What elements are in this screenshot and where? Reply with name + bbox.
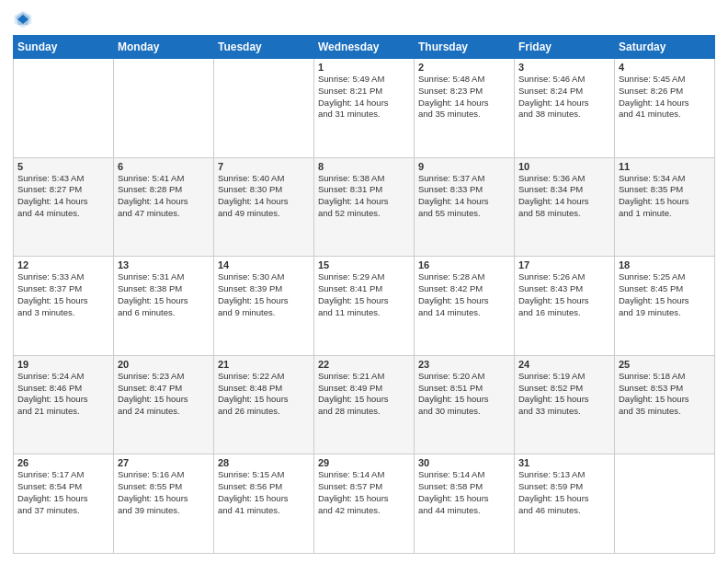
day-info: Sunrise: 5:24 AMSunset: 8:46 PMDaylight:… xyxy=(17,371,109,418)
day-info: Sunrise: 5:13 AMSunset: 8:59 PMDaylight:… xyxy=(518,469,610,516)
day-number: 18 xyxy=(619,259,711,270)
day-info: Sunrise: 5:30 AMSunset: 8:39 PMDaylight:… xyxy=(218,271,310,318)
calendar-cell: 13Sunrise: 5:31 AMSunset: 8:38 PMDayligh… xyxy=(114,257,214,356)
calendar-cell: 14Sunrise: 5:30 AMSunset: 8:39 PMDayligh… xyxy=(214,257,314,356)
day-info: Sunrise: 5:43 AMSunset: 8:27 PMDaylight:… xyxy=(17,173,109,220)
logo-icon xyxy=(13,9,33,29)
page: SundayMondayTuesdayWednesdayThursdayFrid… xyxy=(0,0,728,563)
day-info: Sunrise: 5:18 AMSunset: 8:53 PMDaylight:… xyxy=(619,371,711,418)
calendar-cell: 12Sunrise: 5:33 AMSunset: 8:37 PMDayligh… xyxy=(14,257,114,356)
calendar-cell xyxy=(14,59,114,158)
calendar-week-row: 12Sunrise: 5:33 AMSunset: 8:37 PMDayligh… xyxy=(14,257,715,356)
calendar-cell xyxy=(615,454,715,554)
day-info: Sunrise: 5:17 AMSunset: 8:54 PMDaylight:… xyxy=(17,469,109,516)
header xyxy=(13,9,715,29)
calendar-table: SundayMondayTuesdayWednesdayThursdayFrid… xyxy=(13,35,715,554)
day-info: Sunrise: 5:29 AMSunset: 8:41 PMDaylight:… xyxy=(318,271,410,318)
day-info: Sunrise: 5:21 AMSunset: 8:49 PMDaylight:… xyxy=(318,371,410,418)
day-info: Sunrise: 5:38 AMSunset: 8:31 PMDaylight:… xyxy=(318,173,410,220)
calendar-cell xyxy=(214,59,314,158)
day-of-week-header: Wednesday xyxy=(314,36,415,59)
day-number: 16 xyxy=(418,259,510,270)
day-number: 20 xyxy=(118,359,210,370)
day-number: 4 xyxy=(619,62,711,73)
calendar-cell: 25Sunrise: 5:18 AMSunset: 8:53 PMDayligh… xyxy=(615,355,715,454)
calendar-cell: 30Sunrise: 5:14 AMSunset: 8:58 PMDayligh… xyxy=(415,454,515,554)
day-info: Sunrise: 5:22 AMSunset: 8:48 PMDaylight:… xyxy=(218,371,310,418)
calendar-cell: 16Sunrise: 5:28 AMSunset: 8:42 PMDayligh… xyxy=(415,257,515,356)
calendar-cell: 20Sunrise: 5:23 AMSunset: 8:47 PMDayligh… xyxy=(114,355,214,454)
calendar-cell xyxy=(114,59,214,158)
day-number: 30 xyxy=(418,457,510,468)
calendar-cell: 28Sunrise: 5:15 AMSunset: 8:56 PMDayligh… xyxy=(214,454,314,554)
day-number: 19 xyxy=(17,359,109,370)
day-number: 17 xyxy=(518,259,610,270)
day-number: 2 xyxy=(418,62,510,73)
day-of-week-header: Friday xyxy=(515,36,615,59)
day-number: 29 xyxy=(318,457,410,468)
day-info: Sunrise: 5:48 AMSunset: 8:23 PMDaylight:… xyxy=(418,74,510,121)
day-info: Sunrise: 5:15 AMSunset: 8:56 PMDaylight:… xyxy=(218,469,310,516)
day-info: Sunrise: 5:23 AMSunset: 8:47 PMDaylight:… xyxy=(118,371,210,418)
day-info: Sunrise: 5:45 AMSunset: 8:26 PMDaylight:… xyxy=(619,74,711,121)
calendar-cell: 22Sunrise: 5:21 AMSunset: 8:49 PMDayligh… xyxy=(314,355,415,454)
day-number: 10 xyxy=(518,161,610,172)
calendar-cell: 7Sunrise: 5:40 AMSunset: 8:30 PMDaylight… xyxy=(214,157,314,257)
calendar-cell: 26Sunrise: 5:17 AMSunset: 8:54 PMDayligh… xyxy=(14,454,114,554)
calendar-cell: 23Sunrise: 5:20 AMSunset: 8:51 PMDayligh… xyxy=(415,355,515,454)
day-number: 15 xyxy=(318,259,410,270)
day-number: 12 xyxy=(17,259,109,270)
calendar-header-row: SundayMondayTuesdayWednesdayThursdayFrid… xyxy=(14,36,715,59)
day-number: 14 xyxy=(218,259,310,270)
day-number: 31 xyxy=(518,457,610,468)
day-number: 27 xyxy=(118,457,210,468)
day-number: 22 xyxy=(318,359,410,370)
day-of-week-header: Tuesday xyxy=(214,36,314,59)
calendar-cell: 31Sunrise: 5:13 AMSunset: 8:59 PMDayligh… xyxy=(515,454,615,554)
day-info: Sunrise: 5:34 AMSunset: 8:35 PMDaylight:… xyxy=(619,173,711,220)
day-of-week-header: Monday xyxy=(114,36,214,59)
calendar-week-row: 19Sunrise: 5:24 AMSunset: 8:46 PMDayligh… xyxy=(14,355,715,454)
day-number: 5 xyxy=(17,161,109,172)
day-info: Sunrise: 5:36 AMSunset: 8:34 PMDaylight:… xyxy=(518,173,610,220)
calendar-cell: 2Sunrise: 5:48 AMSunset: 8:23 PMDaylight… xyxy=(415,59,515,158)
calendar-cell: 3Sunrise: 5:46 AMSunset: 8:24 PMDaylight… xyxy=(515,59,615,158)
day-of-week-header: Thursday xyxy=(415,36,515,59)
calendar-cell: 17Sunrise: 5:26 AMSunset: 8:43 PMDayligh… xyxy=(515,257,615,356)
day-number: 9 xyxy=(418,161,510,172)
day-info: Sunrise: 5:26 AMSunset: 8:43 PMDaylight:… xyxy=(518,271,610,318)
calendar-cell: 27Sunrise: 5:16 AMSunset: 8:55 PMDayligh… xyxy=(114,454,214,554)
day-info: Sunrise: 5:46 AMSunset: 8:24 PMDaylight:… xyxy=(518,74,610,121)
calendar-week-row: 1Sunrise: 5:49 AMSunset: 8:21 PMDaylight… xyxy=(14,59,715,158)
logo xyxy=(13,9,35,29)
calendar-cell: 21Sunrise: 5:22 AMSunset: 8:48 PMDayligh… xyxy=(214,355,314,454)
calendar-cell: 9Sunrise: 5:37 AMSunset: 8:33 PMDaylight… xyxy=(415,157,515,257)
calendar-cell: 10Sunrise: 5:36 AMSunset: 8:34 PMDayligh… xyxy=(515,157,615,257)
calendar-cell: 1Sunrise: 5:49 AMSunset: 8:21 PMDaylight… xyxy=(314,59,415,158)
day-number: 25 xyxy=(619,359,711,370)
calendar-cell: 11Sunrise: 5:34 AMSunset: 8:35 PMDayligh… xyxy=(615,157,715,257)
calendar-cell: 6Sunrise: 5:41 AMSunset: 8:28 PMDaylight… xyxy=(114,157,214,257)
day-info: Sunrise: 5:19 AMSunset: 8:52 PMDaylight:… xyxy=(518,371,610,418)
calendar-cell: 24Sunrise: 5:19 AMSunset: 8:52 PMDayligh… xyxy=(515,355,615,454)
calendar-week-row: 5Sunrise: 5:43 AMSunset: 8:27 PMDaylight… xyxy=(14,157,715,257)
day-info: Sunrise: 5:14 AMSunset: 8:58 PMDaylight:… xyxy=(418,469,510,516)
day-number: 7 xyxy=(218,161,310,172)
calendar-cell: 15Sunrise: 5:29 AMSunset: 8:41 PMDayligh… xyxy=(314,257,415,356)
calendar-cell: 18Sunrise: 5:25 AMSunset: 8:45 PMDayligh… xyxy=(615,257,715,356)
day-info: Sunrise: 5:14 AMSunset: 8:57 PMDaylight:… xyxy=(318,469,410,516)
day-of-week-header: Sunday xyxy=(14,36,114,59)
day-info: Sunrise: 5:40 AMSunset: 8:30 PMDaylight:… xyxy=(218,173,310,220)
day-number: 8 xyxy=(318,161,410,172)
day-number: 28 xyxy=(218,457,310,468)
day-info: Sunrise: 5:20 AMSunset: 8:51 PMDaylight:… xyxy=(418,371,510,418)
calendar-cell: 8Sunrise: 5:38 AMSunset: 8:31 PMDaylight… xyxy=(314,157,415,257)
calendar-cell: 29Sunrise: 5:14 AMSunset: 8:57 PMDayligh… xyxy=(314,454,415,554)
day-number: 6 xyxy=(118,161,210,172)
day-info: Sunrise: 5:16 AMSunset: 8:55 PMDaylight:… xyxy=(118,469,210,516)
day-number: 13 xyxy=(118,259,210,270)
day-number: 21 xyxy=(218,359,310,370)
day-info: Sunrise: 5:28 AMSunset: 8:42 PMDaylight:… xyxy=(418,271,510,318)
day-number: 11 xyxy=(619,161,711,172)
day-info: Sunrise: 5:25 AMSunset: 8:45 PMDaylight:… xyxy=(619,271,711,318)
